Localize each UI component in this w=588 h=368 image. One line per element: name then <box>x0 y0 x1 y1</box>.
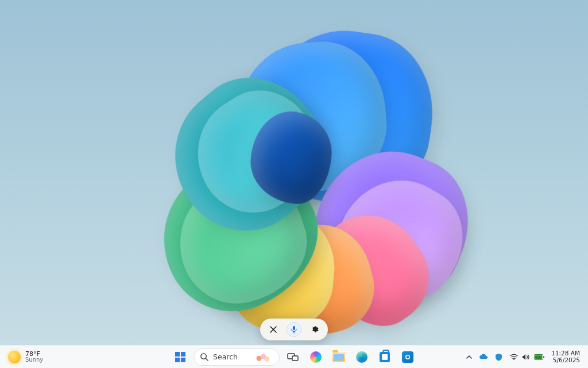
close-icon <box>270 326 277 333</box>
task-view-icon <box>287 352 299 362</box>
svg-rect-3 <box>181 352 185 356</box>
copilot-button[interactable] <box>306 347 326 367</box>
outlook-button[interactable] <box>398 347 417 367</box>
wallpaper-bloom <box>110 8 478 330</box>
wifi-icon <box>510 354 518 360</box>
shield-icon <box>495 353 502 361</box>
voice-close-button[interactable] <box>266 322 281 337</box>
edge-icon <box>356 351 368 363</box>
system-tray: 11:28 AM 5/6/2025 <box>463 346 583 368</box>
voice-input-pill <box>260 319 328 340</box>
outlook-icon <box>402 351 413 363</box>
copilot-icon <box>310 351 322 363</box>
svg-rect-2 <box>175 352 180 356</box>
taskbar-center: Search <box>171 346 417 368</box>
microphone-icon <box>290 325 298 334</box>
folder-icon <box>332 352 345 362</box>
svg-rect-9 <box>292 356 298 361</box>
voice-mic-button[interactable] <box>287 322 301 337</box>
battery-icon <box>534 354 543 360</box>
edge-button[interactable] <box>352 347 372 367</box>
svg-rect-0 <box>293 326 295 330</box>
search-placeholder: Search <box>213 352 238 361</box>
tray-onedrive[interactable] <box>476 348 491 366</box>
svg-point-10 <box>406 355 409 358</box>
task-view-button[interactable] <box>283 347 303 367</box>
weather-widget[interactable]: 78°F Sunny <box>5 349 47 365</box>
file-explorer-button[interactable] <box>329 347 349 367</box>
search-icon <box>200 352 208 361</box>
cloud-icon <box>479 354 488 360</box>
svg-rect-5 <box>181 358 185 362</box>
svg-rect-4 <box>175 358 180 362</box>
taskbar-search[interactable]: Search <box>194 348 280 366</box>
clock-time: 11:28 AM <box>551 350 580 356</box>
windows-logo-icon <box>175 351 186 363</box>
weather-condition: Sunny <box>25 357 43 363</box>
weather-text: 78°F Sunny <box>25 351 43 363</box>
svg-point-11 <box>513 359 514 360</box>
start-button[interactable] <box>171 347 190 367</box>
chevron-up-icon <box>466 354 472 360</box>
search-highlight-art <box>254 351 271 363</box>
clock-date: 5/6/2025 <box>553 357 580 363</box>
store-button[interactable] <box>375 347 394 367</box>
desktop[interactable]: 78°F Sunny Search <box>0 0 588 368</box>
svg-line-7 <box>206 358 208 361</box>
tray-security[interactable] <box>492 348 505 366</box>
tray-overflow-button[interactable] <box>463 348 475 366</box>
quick-settings-button[interactable] <box>506 348 547 366</box>
gear-icon <box>311 325 319 334</box>
voice-settings-button[interactable] <box>307 322 322 337</box>
weather-sun-icon <box>8 351 21 363</box>
taskbar: 78°F Sunny Search <box>0 345 588 368</box>
volume-icon <box>522 354 530 361</box>
store-icon <box>380 352 390 362</box>
taskbar-clock[interactable]: 11:28 AM 5/6/2025 <box>548 350 583 363</box>
